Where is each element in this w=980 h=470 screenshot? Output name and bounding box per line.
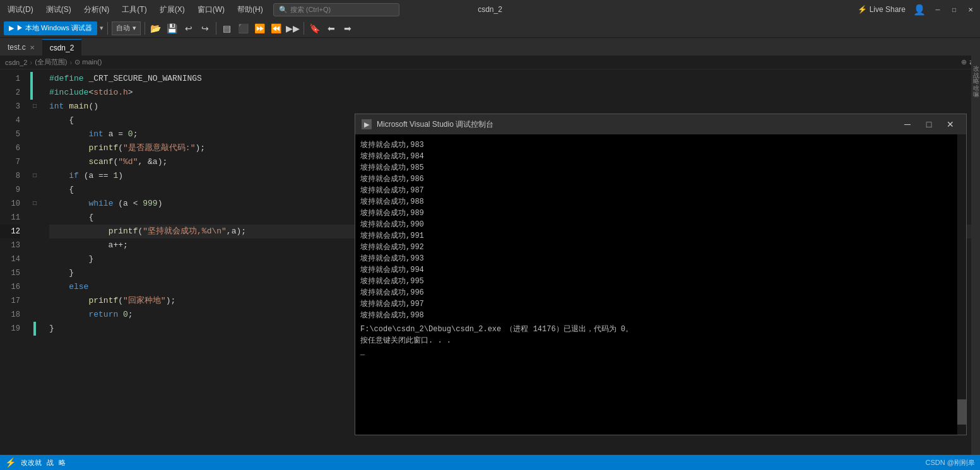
console-line: 坡持就会成功,991 <box>360 230 961 242</box>
gutter-line-1 <box>30 72 33 86</box>
search-icon: 🔍 <box>279 6 288 14</box>
title-bar: 调试(D) 测试(S) 分析(N) 工具(T) 扩展(X) 窗口(W) 帮助(H… <box>0 0 980 19</box>
gutter-empty-18 <box>25 308 44 322</box>
gutter-empty-9 <box>25 183 44 197</box>
config-label: 自动 <box>116 23 130 33</box>
console-title-left: ▶ Microsoft Visual Studio 调试控制台 <box>362 119 493 130</box>
gutter-empty-13 <box>25 238 44 252</box>
code-text-1: #define _CRT_SECURE_NO_WARNINGS <box>49 72 202 86</box>
tab-csdn-2[interactable]: csdn_2 <box>42 39 82 56</box>
search-box[interactable]: 🔍 搜索 (Ctrl+Q) <box>273 3 399 16</box>
toolbar-btn-redo[interactable]: ↪ <box>198 21 212 35</box>
menu-debug[interactable]: 调试(D) <box>5 3 36 16</box>
console-output: 坡持就会成功,983坡持就会成功,984坡持就会成功,985坡持就会成功,986… <box>355 134 966 435</box>
status-bar: ⚡ 改改就 战 略 CSDN @刚刚皋 <box>0 455 980 470</box>
breadcrumb-function: ⊙ main() <box>74 58 102 66</box>
breadcrumb-add-icon[interactable]: ⊕ <box>961 58 967 66</box>
toolbar-btn-undo[interactable]: ↩ <box>182 21 196 35</box>
toolbar-btn-5[interactable]: ▶▶ <box>286 21 300 35</box>
console-restore[interactable]: □ <box>919 117 938 132</box>
console-window: ▶ Microsoft Visual Studio 调试控制台 ─ □ ✕ 坡持… <box>355 114 967 435</box>
side-item-4[interactable]: 啥 <box>971 77 980 82</box>
title-bar-menus: 调试(D) 测试(S) 分析(N) 工具(T) 扩展(X) 窗口(W) 帮助(H… <box>5 3 399 16</box>
console-exit-msg: F:\code\csdn_2\Debug\csdn_2.exe （进程 1417… <box>360 324 961 335</box>
gutter-empty-4 <box>25 114 44 127</box>
toolbar-btn-open[interactable]: 📂 <box>149 21 163 35</box>
gutter-empty-8: □ <box>25 169 44 183</box>
console-output-lines: 坡持就会成功,983坡持就会成功,984坡持就会成功,985坡持就会成功,986… <box>360 139 961 321</box>
debug-play-button[interactable]: ▶ ▶ 本地 Windows 调试器 <box>4 21 97 35</box>
side-panel: 改 战 略 啥 嘛 <box>971 56 980 455</box>
account-icon[interactable]: 👤 <box>913 4 926 16</box>
toolbar-btn-4[interactable]: ⏪ <box>269 21 283 35</box>
config-dropdown[interactable]: 自动 ▾ <box>112 21 141 35</box>
gutter-empty-14 <box>25 252 44 266</box>
gutter: □ □ □ <box>25 69 44 455</box>
watermark: CSDN @刚刚皋 <box>926 458 975 467</box>
console-title-bar: ▶ Microsoft Visual Studio 调试控制台 ─ □ ✕ <box>355 114 966 134</box>
menu-window[interactable]: 窗口(W) <box>195 3 227 16</box>
toolbar: ▶ ▶ 本地 Windows 调试器 ▾ 自动 ▾ 📂 💾 ↩ ↪ ▤ ⬛ ⏩ … <box>0 19 980 38</box>
breadcrumb-sep2: › <box>69 59 72 66</box>
toolbar-btn-nav1[interactable]: ⬅ <box>324 21 338 35</box>
console-line: 坡持就会成功,994 <box>360 264 961 276</box>
close-button[interactable]: ✕ <box>966 5 975 14</box>
breadcrumb-bar: csdn_2 › (全局范围) › ⊙ main() ⊕ ⇄ <box>0 56 980 69</box>
gutter-empty-16 <box>25 280 44 294</box>
menu-tools[interactable]: 工具(T) <box>119 3 149 16</box>
toolbar-btn-1[interactable]: ▤ <box>220 21 234 35</box>
console-cursor: _ <box>360 346 961 358</box>
gutter-empty-17 <box>25 294 44 308</box>
gutter-empty-5 <box>25 127 44 141</box>
gutter-empty-12 <box>25 225 44 238</box>
console-close-msg: 按任意键关闭此窗口. . . <box>360 335 961 346</box>
menu-analyze[interactable]: 分析(N) <box>81 3 112 16</box>
console-title-text: Microsoft Visual Studio 调试控制台 <box>377 119 493 130</box>
live-share-label: Live Share <box>870 5 906 14</box>
console-line: 坡持就会成功,992 <box>360 242 961 253</box>
tab-test-c-label: test.c <box>8 43 26 52</box>
minimize-button[interactable]: ─ <box>933 5 942 14</box>
collapse-10[interactable]: □ <box>33 197 37 211</box>
menu-extensions[interactable]: 扩展(X) <box>157 3 187 16</box>
tab-test-c-close[interactable]: ✕ <box>30 44 35 51</box>
toolbar-separator-3 <box>216 22 216 35</box>
gutter-empty-15 <box>25 266 44 280</box>
menu-help[interactable]: 帮助(H) <box>235 3 266 16</box>
console-line: 坡持就会成功,988 <box>360 196 961 208</box>
gutter-line-2 <box>30 86 33 100</box>
side-item-1[interactable]: 改 <box>971 58 980 63</box>
tab-test-c[interactable]: test.c ✕ <box>0 39 42 56</box>
side-item-5[interactable]: 嘛 <box>971 83 980 88</box>
dropdown-arrow[interactable]: ▾ <box>100 24 103 32</box>
toolbar-btn-bookmark[interactable]: 🔖 <box>308 21 322 35</box>
breadcrumb-file: csdn_2 <box>5 59 27 66</box>
side-item-2[interactable]: 战 <box>971 64 980 69</box>
side-item-3[interactable]: 略 <box>971 71 980 76</box>
toolbar-separator-1 <box>107 22 108 35</box>
console-minimize[interactable]: ─ <box>898 117 917 132</box>
title-bar-right: ⚡ Live Share 👤 ─ □ ✕ <box>858 4 975 16</box>
collapse-8[interactable]: □ <box>33 169 37 183</box>
restore-button[interactable]: □ <box>950 5 959 14</box>
console-line: 坡持就会成功,996 <box>360 287 961 298</box>
console-scrollbar[interactable] <box>957 134 966 435</box>
toolbar-btn-3[interactable]: ⏩ <box>253 21 267 35</box>
gutter-empty-7 <box>25 155 44 169</box>
line-numbers: 1 2 3 4 5 6 7 8 9 10 11 12 13 14 15 16 1… <box>0 69 25 455</box>
console-window-controls: ─ □ ✕ <box>898 117 960 132</box>
toolbar-btn-2[interactable]: ⬛ <box>237 21 251 35</box>
console-scroll-thumb[interactable] <box>957 399 966 425</box>
live-share-button[interactable]: ⚡ Live Share <box>858 5 906 14</box>
console-line: 坡持就会成功,985 <box>360 162 961 173</box>
console-close[interactable]: ✕ <box>941 117 960 132</box>
toolbar-btn-save[interactable]: 💾 <box>165 21 179 35</box>
status-text-3: 略 <box>59 458 66 467</box>
console-line: 坡持就会成功,983 <box>360 139 961 151</box>
menu-test[interactable]: 测试(S) <box>44 3 74 16</box>
console-line: 坡持就会成功,993 <box>360 253 961 264</box>
toolbar-btn-nav2[interactable]: ➡ <box>341 21 355 35</box>
collapse-3[interactable]: □ <box>33 100 37 114</box>
code-line-2: #include<stdio.h> <box>49 86 971 100</box>
config-arrow: ▾ <box>133 24 136 32</box>
